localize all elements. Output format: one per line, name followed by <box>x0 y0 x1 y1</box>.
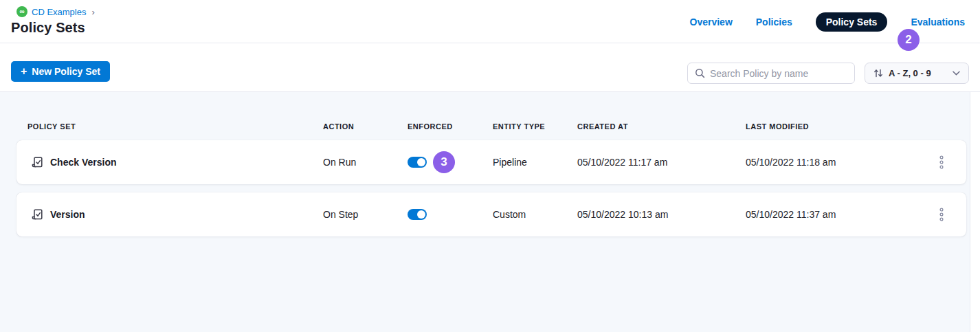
policy-set-name: Version <box>50 209 85 220</box>
enforced-toggle[interactable] <box>408 157 427 168</box>
plus-icon: + <box>21 66 27 77</box>
column-header-entity-type: ENTITY TYPE <box>493 122 577 131</box>
tab-evaluations[interactable]: Evaluations <box>911 16 965 27</box>
row-menu-button[interactable] <box>933 206 950 223</box>
table-row[interactable]: Check Version On Run 3 Pipeline 05/10/20… <box>16 140 966 184</box>
tutorial-step-badge-2: 2 <box>898 29 920 51</box>
tab-overview[interactable]: Overview <box>690 16 733 27</box>
column-header-last-modified: LAST MODIFIED <box>746 122 925 131</box>
entity-type-value: Pipeline <box>493 157 577 168</box>
action-value: On Step <box>323 209 408 220</box>
tab-policy-sets[interactable]: Policy Sets <box>816 12 888 32</box>
new-policy-set-button[interactable]: + New Policy Set <box>11 61 110 82</box>
search-box[interactable] <box>687 63 855 84</box>
content-area: POLICY SET ACTION ENFORCED ENTITY TYPE C… <box>0 92 980 332</box>
policy-sets-page: ∞ CD Examples › Policy Sets Overview Pol… <box>0 0 980 332</box>
policy-set-icon <box>30 208 44 221</box>
page-header: ∞ CD Examples › Policy Sets Overview Pol… <box>0 0 980 43</box>
new-policy-set-label: New Policy Set <box>32 66 100 77</box>
column-header-created-at: CREATED AT <box>577 122 746 131</box>
last-modified-value: 05/10/2022 11:18 am <box>746 157 925 168</box>
search-icon <box>695 68 705 78</box>
policy-set-name: Check Version <box>50 157 117 168</box>
action-value: On Run <box>323 157 408 168</box>
row-menu-button[interactable] <box>933 154 950 170</box>
entity-type-value: Custom <box>493 209 577 220</box>
column-header-action: ACTION <box>323 122 408 131</box>
search-input[interactable] <box>710 68 847 79</box>
sort-dropdown[interactable]: A - Z, 0 - 9 <box>865 63 969 84</box>
breadcrumb-project-link[interactable]: CD Examples <box>32 7 86 17</box>
enforced-toggle[interactable] <box>408 209 427 220</box>
page-title: Policy Sets <box>11 20 85 36</box>
toolbar: + New Policy Set A - Z, 0 - 9 <box>0 43 980 92</box>
scrollbar-track[interactable] <box>970 92 980 332</box>
column-header-policy-set: POLICY SET <box>16 122 323 131</box>
sort-selected-value: A - Z, 0 - 9 <box>889 68 947 78</box>
created-at-value: 05/10/2022 11:17 am <box>577 157 746 168</box>
chevron-down-icon <box>953 71 960 76</box>
policy-set-icon <box>30 155 44 169</box>
tutorial-step-badge-3: 3 <box>433 151 455 173</box>
chevron-right-icon: › <box>91 7 94 17</box>
column-header-enforced: ENFORCED <box>408 122 493 131</box>
breadcrumb: ∞ CD Examples › <box>16 6 95 17</box>
cd-module-icon: ∞ <box>16 6 27 17</box>
sort-arrows-icon <box>873 68 883 78</box>
tab-policies[interactable]: Policies <box>756 16 792 27</box>
last-modified-value: 05/10/2022 11:37 am <box>746 209 925 220</box>
top-nav: Overview Policies Policy Sets Evaluation… <box>690 12 965 32</box>
table-row[interactable]: Version On Step Custom 05/10/2022 10:13 … <box>16 192 966 236</box>
table-header: POLICY SET ACTION ENFORCED ENTITY TYPE C… <box>16 117 966 136</box>
created-at-value: 05/10/2022 10:13 am <box>577 209 746 220</box>
